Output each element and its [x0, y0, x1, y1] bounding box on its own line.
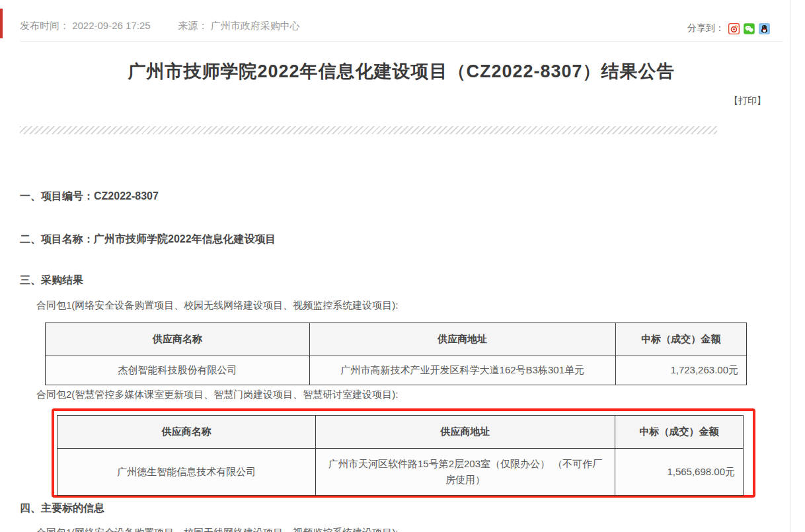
table-header-row: 供应商名称 供应商地址 中标（成交）金额 — [58, 416, 744, 449]
package1-intro: 合同包1(网络安全设备购置项目、校园无线网络建设项目、视频监控系统建设项目): — [36, 299, 399, 312]
package2-intro: 合同包2(智慧管控多媒体课室更新项目、智慧门岗建设项目、智慧研讨室建设项目): — [36, 389, 399, 401]
col-supplier-address: 供应商地址 — [316, 416, 615, 449]
award-amount-cell: 1,565,698.00元 — [615, 449, 743, 496]
print-button[interactable]: 【打印】 — [729, 95, 766, 107]
left-edge-red-marker — [0, 9, 3, 38]
col-supplier-name: 供应商名称 — [46, 323, 310, 356]
meta-bar: 发布时间： 2022-09-26 17:25 来源： 广州市政府采购中心 — [20, 20, 300, 32]
table-row: 广州德生智能信息技术有限公司 广州市天河区软件路15号第2层203室（仅限办公）… — [58, 449, 744, 496]
section-project-number: 一、项目编号：CZ2022-8307 — [20, 190, 159, 204]
col-award-amount: 中标（成交）金额 — [615, 323, 746, 356]
procurement-result-page: { "meta": { "publish": "发布时间： 2022-09-26… — [0, 0, 805, 532]
page-title: 广州市技师学院2022年信息化建设项目（CZ2022-8307）结果公告 — [20, 59, 783, 83]
supplier-address-cell: 广州市高新技术产业开发区科学大道162号B3栋301单元 — [309, 356, 615, 385]
share-row: 分享到： — [687, 22, 770, 34]
publish-time: 发布时间： 2022-09-26 17:25 — [20, 20, 151, 32]
supplier-address-cell: 广州市天河区软件路15号第2层203室（仅限办公） （不可作厂房使用） — [316, 449, 615, 496]
qq-share-icon[interactable] — [759, 23, 770, 34]
package1-table: 供应商名称 供应商地址 中标（成交）金额 杰创智能科技股份有限公司 广州市高新技… — [45, 323, 747, 385]
page-edge-divider — [790, 0, 791, 532]
supplier-name-cell: 广州德生智能信息技术有限公司 — [58, 449, 316, 496]
source-label: 来源： 广州市政府采购中心 — [178, 20, 300, 32]
col-supplier-name: 供应商名称 — [58, 416, 316, 449]
wechat-share-icon[interactable] — [744, 23, 755, 34]
section-main-subject-info: 四、主要标的信息 — [20, 502, 104, 515]
col-supplier-address: 供应商地址 — [309, 323, 615, 356]
package2-table: 供应商名称 供应商地址 中标（成交）金额 广州德生智能信息技术有限公司 广州市天… — [57, 415, 744, 496]
share-label: 分享到： — [687, 22, 724, 34]
hatched-divider — [20, 126, 717, 134]
supplier-name-cell: 杰创智能科技股份有限公司 — [46, 356, 310, 385]
section-procurement-result: 三、采购结果 — [20, 274, 83, 287]
table-row: 杰创智能科技股份有限公司 广州市高新技术产业开发区科学大道162号B3栋301单… — [46, 356, 747, 385]
table-header-row: 供应商名称 供应商地址 中标（成交）金额 — [46, 323, 747, 356]
award-amount-cell: 1,723,263.00元 — [615, 356, 746, 385]
section-project-name: 二、项目名称：广州市技师学院2022年信息化建设项目 — [20, 233, 276, 247]
weibo-share-icon[interactable] — [728, 23, 740, 34]
clipped-bottom-line: 合同包1(网络安全设备购置项目、校园无线网络建设项目、视频监控系统建设项目): — [36, 527, 399, 532]
col-award-amount: 中标（成交）金额 — [615, 416, 743, 449]
meta-divider — [20, 41, 783, 42]
